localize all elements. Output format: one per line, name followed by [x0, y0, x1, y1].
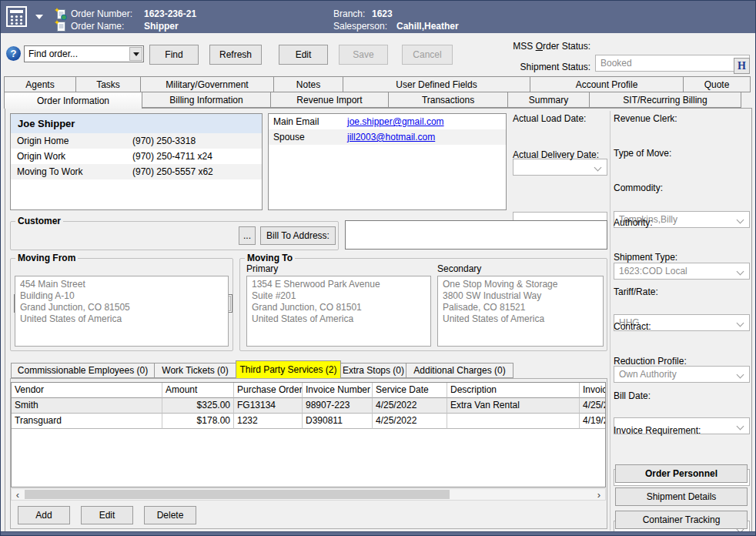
tab-row-primary: Order Information Billing Information Re… — [5, 92, 741, 108]
find-order-combo-dropdown-button[interactable] — [129, 47, 142, 61]
table-row[interactable]: Transguard $178.00 1232 D390811 4/25/202… — [12, 414, 605, 429]
table-row[interactable]: Smith $325.00 FG13134 98907-223 4/25/202… — [12, 398, 605, 414]
phone-row[interactable]: Moving To Work (970) 250-5557 x62 — [11, 164, 262, 179]
scroll-right-icon[interactable]: › — [593, 489, 605, 500]
moving-from-address[interactable]: 454 Main Street Building A-10 Grand Junc… — [15, 276, 229, 347]
shipment-details-button[interactable]: Shipment Details — [615, 487, 748, 506]
order-name-icon — [55, 20, 67, 32]
save-button[interactable]: Save — [339, 45, 388, 65]
email-row[interactable]: Main Email joe.shipper@gmail.com — [269, 114, 506, 129]
third-party-table: Vendor Amount Purchase Order Invoice Num… — [11, 382, 606, 487]
column-header[interactable]: Amount — [162, 383, 234, 398]
cell-invoice-number: D390811 — [303, 414, 373, 429]
window-bottom-frame — [1, 531, 755, 535]
column-header[interactable]: Invoice — [580, 383, 605, 398]
tab-revenue-import[interactable]: Revenue Import — [270, 92, 389, 108]
chevron-down-icon — [737, 423, 744, 430]
tab-sit-recurring-billing[interactable]: SIT/Recurring Billing — [589, 92, 741, 108]
cell-purchase-order: FG13134 — [234, 398, 303, 414]
email-panel: Main Email joe.shipper@gmail.com Spouse … — [268, 113, 507, 210]
shipment-status-history-button[interactable]: H — [734, 58, 750, 74]
order-number-icon — [55, 8, 67, 20]
order-personnel-button[interactable]: Order Personnel — [615, 464, 748, 483]
cell-amount: $325.00 — [162, 398, 234, 414]
email-link[interactable]: jill2003@hotmail.com — [347, 132, 435, 142]
customer-more-button[interactable]: ... — [239, 226, 256, 245]
moving-to-secondary-address[interactable]: One Stop Moving & Storage 3800 SW Indust… — [437, 276, 604, 347]
scrollbar-thumb[interactable] — [25, 490, 450, 499]
refresh-button[interactable]: Refresh — [209, 45, 262, 65]
find-button[interactable]: Find — [149, 45, 199, 65]
bill-to-address-box[interactable] — [345, 220, 607, 250]
tab-transactions[interactable]: Transactions — [388, 92, 508, 108]
subtab-commissionable-employees[interactable]: Commissionable Employees (0) — [11, 363, 155, 378]
phone-value: (970) 250-4711 x24 — [132, 151, 212, 162]
scroll-left-icon[interactable]: ‹ — [12, 489, 24, 500]
edit-row-button[interactable]: Edit — [81, 506, 133, 524]
moving-to-group: Moving To Primary 1354 E Sherwood Park A… — [239, 258, 607, 351]
order-number-label: Order Number: — [71, 8, 132, 19]
tab-tasks[interactable]: Tasks — [75, 76, 141, 92]
actual-load-date-label: Actual Load Date: — [513, 113, 586, 124]
column-header[interactable]: Vendor — [12, 383, 162, 398]
customer-group-legend: Customer — [15, 216, 63, 226]
tab-user-defined-fields[interactable]: User Defined Fields — [343, 76, 530, 92]
tab-account-profile[interactable]: Account Profile — [530, 76, 684, 92]
column-header[interactable]: Invoice Number — [303, 383, 373, 398]
add-button[interactable]: Add — [18, 506, 70, 524]
type-of-move-label: Type of Move: — [614, 148, 671, 159]
column-header[interactable]: Service Date — [373, 383, 447, 398]
help-icon[interactable]: ? — [6, 46, 21, 61]
container-tracking-button[interactable]: Container Tracking — [615, 511, 748, 529]
edit-button[interactable]: Edit — [279, 45, 328, 65]
tariff-rate-label: Tariff/Rate: — [614, 286, 658, 297]
find-order-combo-value: Find order... — [28, 49, 78, 59]
mss-order-status-combo[interactable]: Booked — [595, 55, 750, 72]
order-name-value: Shipper — [144, 21, 179, 32]
moving-from-legend: Moving From — [15, 253, 78, 263]
subtab-extra-stops[interactable]: Extra Stops (0) — [340, 363, 406, 378]
tab-agents[interactable]: Agents — [4, 76, 76, 92]
tab-billing-information[interactable]: Billing Information — [142, 92, 271, 108]
phone-row[interactable]: Origin Work (970) 250-4711 x24 — [11, 149, 262, 164]
shipment-status-label: Shipment Status: — [463, 62, 590, 72]
moving-to-primary-address[interactable]: 1354 E Sherwood Park Avenue Suite #201 G… — [246, 276, 431, 347]
tab-summary[interactable]: Summary — [507, 92, 590, 108]
type-of-move-combo[interactable]: 1623:COD Local — [614, 263, 750, 280]
moverssuite-window: Order Number: 1623-236-21 Order Name: Sh… — [0, 0, 756, 536]
phone-label: Origin Work — [11, 151, 132, 162]
subtab-third-party-services[interactable]: Third Party Services (2) — [236, 360, 341, 378]
app-menu-caret-icon[interactable] — [35, 15, 43, 19]
order-number-value: 1623-236-21 — [144, 8, 196, 19]
authority-combo[interactable]: Own Authority — [614, 366, 750, 383]
actual-load-date-combo[interactable] — [513, 159, 607, 176]
phone-label: Origin Home — [11, 136, 132, 146]
branch-value: 1623 — [372, 8, 393, 19]
cell-vendor: Smith — [12, 398, 162, 414]
salesperson-value: Cahill,Heather — [396, 21, 459, 32]
cell-invoice: 4/19/2022 — [580, 414, 605, 429]
cancel-button[interactable]: Cancel — [402, 45, 453, 65]
delete-button[interactable]: Delete — [144, 506, 196, 524]
mss-order-status-value: Booked — [600, 58, 632, 69]
tab-notes[interactable]: Notes — [273, 76, 343, 92]
horizontal-scrollbar[interactable]: ‹ › — [11, 488, 606, 501]
find-order-combo[interactable]: Find order... — [24, 45, 144, 62]
app-menu-button[interactable] — [5, 6, 28, 31]
invoice-requirement-label: Invoice Requirement: — [614, 425, 701, 436]
phone-row[interactable]: Origin Home (970) 250-3318 — [11, 133, 262, 149]
column-header[interactable]: Description — [447, 383, 580, 398]
tab-order-information[interactable]: Order Information — [4, 92, 142, 109]
bill-to-address-button[interactable]: Bill To Address: — [260, 226, 336, 245]
tab-quote[interactable]: Quote — [683, 76, 751, 92]
email-link[interactable]: joe.shipper@gmail.com — [347, 116, 444, 127]
email-row[interactable]: Spouse jill2003@hotmail.com — [269, 129, 506, 145]
commodity-label: Commodity: — [614, 183, 663, 193]
table-header-row[interactable]: Vendor Amount Purchase Order Invoice Num… — [12, 383, 605, 398]
subtab-additional-charges[interactable]: Additional Charges (0) — [406, 363, 513, 378]
reduction-profile-label: Reduction Profile: — [614, 356, 687, 367]
tab-military-government[interactable]: Military/Government — [140, 76, 274, 92]
subtab-work-tickets[interactable]: Work Tickets (0) — [154, 363, 236, 378]
bill-date-label: Bill Date: — [614, 390, 651, 401]
column-header[interactable]: Purchase Order — [234, 383, 303, 398]
